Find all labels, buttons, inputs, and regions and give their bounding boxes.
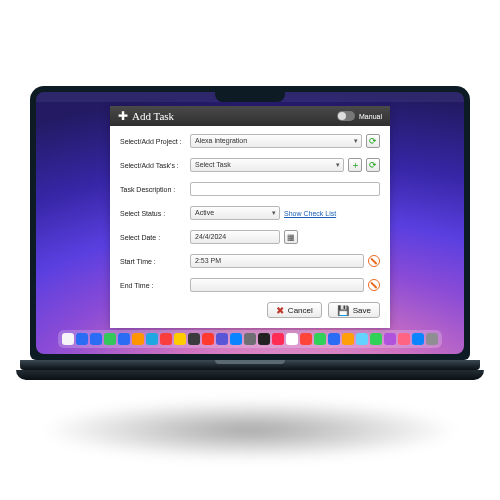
modal-title: ✚ Add Task — [118, 109, 174, 124]
display-notch — [215, 92, 285, 102]
dock-app-5[interactable] — [132, 333, 144, 345]
modal-body: Select/Add Project : Alexa integration ⟳… — [110, 126, 390, 328]
start-time-input[interactable]: 2:53 PM — [190, 254, 364, 268]
dock-app-26[interactable] — [426, 333, 438, 345]
laptop-mockup: ✚ Add Task Manual Select/Add Project : A… — [30, 86, 470, 386]
dock-app-6[interactable] — [146, 333, 158, 345]
dock-app-7[interactable] — [160, 333, 172, 345]
cancel-icon: ✖ — [276, 305, 284, 316]
dock-app-25[interactable] — [412, 333, 424, 345]
refresh-task-button[interactable]: ⟳ — [366, 158, 380, 172]
laptop-lid: ✚ Add Task Manual Select/Add Project : A… — [30, 86, 470, 360]
dock-app-17[interactable] — [300, 333, 312, 345]
dock-app-19[interactable] — [328, 333, 340, 345]
dock-app-21[interactable] — [356, 333, 368, 345]
row-project: Select/Add Project : Alexa integration ⟳ — [120, 134, 380, 148]
dock-app-0[interactable] — [62, 333, 74, 345]
label-task: Select/Add Task's : — [120, 162, 184, 169]
cancel-button[interactable]: ✖ Cancel — [267, 302, 322, 318]
dock-app-1[interactable] — [76, 333, 88, 345]
label-start-time: Start Time : — [120, 258, 184, 265]
label-project: Select/Add Project : — [120, 138, 184, 145]
label-date: Select Date : — [120, 234, 184, 241]
row-start-time: Start Time : 2:53 PM — [120, 254, 380, 268]
modal-title-text: Add Task — [132, 110, 174, 122]
refresh-icon: ⟳ — [369, 160, 377, 170]
dock-app-16[interactable] — [286, 333, 298, 345]
plus-icon: ✚ — [118, 109, 128, 124]
refresh-icon: ⟳ — [369, 136, 377, 146]
dock-app-12[interactable] — [230, 333, 242, 345]
date-input[interactable]: 24/4/2024 — [190, 230, 280, 244]
dock-app-23[interactable] — [384, 333, 396, 345]
description-input[interactable] — [190, 182, 380, 196]
clear-end-time-icon[interactable] — [368, 279, 380, 291]
show-checklist-link[interactable]: Show Check List — [284, 210, 336, 217]
dock-app-18[interactable] — [314, 333, 326, 345]
status-select[interactable]: Active — [190, 206, 280, 220]
row-task: Select/Add Task's : Select Task ＋ ⟳ — [120, 158, 380, 172]
laptop-shadow — [40, 400, 460, 460]
row-description: Task Description : — [120, 182, 380, 196]
save-button[interactable]: 💾 Save — [328, 302, 380, 318]
add-task-modal: ✚ Add Task Manual Select/Add Project : A… — [110, 106, 390, 328]
clear-start-time-icon[interactable] — [368, 255, 380, 267]
row-end-time: End Time : — [120, 278, 380, 292]
manual-toggle[interactable] — [337, 111, 355, 121]
laptop-base — [16, 370, 484, 380]
cancel-button-label: Cancel — [288, 306, 313, 315]
dock-app-15[interactable] — [272, 333, 284, 345]
calendar-icon: ▦ — [287, 233, 295, 242]
dock-app-2[interactable] — [90, 333, 102, 345]
plus-square-icon: ＋ — [351, 159, 360, 172]
project-select[interactable]: Alexa integration — [190, 134, 362, 148]
row-status: Select Status : Active Show Check List — [120, 206, 380, 220]
end-time-input[interactable] — [190, 278, 364, 292]
dock-app-4[interactable] — [118, 333, 130, 345]
dock-app-13[interactable] — [244, 333, 256, 345]
dock-app-8[interactable] — [174, 333, 186, 345]
dock-app-11[interactable] — [216, 333, 228, 345]
save-button-label: Save — [353, 306, 371, 315]
dock-app-9[interactable] — [188, 333, 200, 345]
add-task-button[interactable]: ＋ — [348, 158, 362, 172]
refresh-project-button[interactable]: ⟳ — [366, 134, 380, 148]
dock-app-14[interactable] — [258, 333, 270, 345]
screen: ✚ Add Task Manual Select/Add Project : A… — [36, 92, 464, 354]
dock-app-3[interactable] — [104, 333, 116, 345]
dock-app-20[interactable] — [342, 333, 354, 345]
manual-toggle-group: Manual — [337, 111, 382, 121]
dock-app-10[interactable] — [202, 333, 214, 345]
save-icon: 💾 — [337, 305, 349, 316]
task-select[interactable]: Select Task — [190, 158, 344, 172]
dock-app-22[interactable] — [370, 333, 382, 345]
date-picker-button[interactable]: ▦ — [284, 230, 298, 244]
label-status: Select Status : — [120, 210, 184, 217]
dock-app-24[interactable] — [398, 333, 410, 345]
label-description: Task Description : — [120, 186, 184, 193]
row-date: Select Date : 24/4/2024 ▦ — [120, 230, 380, 244]
modal-footer: ✖ Cancel 💾 Save — [120, 302, 380, 318]
label-end-time: End Time : — [120, 282, 184, 289]
modal-header: ✚ Add Task Manual — [110, 106, 390, 126]
macos-dock — [58, 330, 442, 348]
manual-toggle-label: Manual — [359, 113, 382, 120]
laptop-hinge — [20, 360, 480, 370]
